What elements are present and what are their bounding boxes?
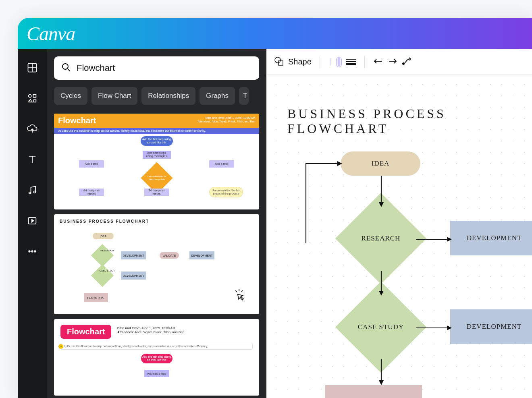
template-orange-flowchart[interactable]: Flowchart Date and Time: June 1, 2025, 1…: [54, 114, 259, 209]
node-casestudy[interactable]: CASE STUDY: [349, 295, 413, 359]
tool-rail: [18, 49, 47, 398]
template-pink-flowchart[interactable]: Flowchart Date and Time: June 1, 2025, 1…: [54, 319, 259, 396]
elements-icon[interactable]: [27, 93, 38, 104]
outline-color-swatch[interactable]: [336, 57, 342, 67]
svg-point-8: [29, 192, 31, 194]
connector: [306, 163, 346, 249]
svg-marker-33: [447, 325, 452, 330]
svg-marker-29: [447, 237, 452, 242]
svg-line-19: [241, 290, 243, 292]
fill-color-swatch[interactable]: [328, 57, 332, 67]
connector: [379, 176, 384, 209]
connector: [416, 325, 453, 332]
canvas-title[interactable]: BUSINESS PROCESS FLOWCHART: [287, 106, 532, 136]
svg-rect-21: [278, 61, 283, 65]
arrow-left-icon[interactable]: [373, 57, 383, 67]
svg-point-24: [403, 63, 404, 64]
svg-marker-27: [379, 202, 384, 207]
connector-curve-icon[interactable]: [402, 57, 412, 67]
uploads-icon[interactable]: [27, 123, 38, 135]
svg-point-20: [275, 57, 281, 63]
svg-point-15: [62, 64, 68, 69]
svg-line-16: [67, 68, 70, 71]
arrow-right-icon[interactable]: [387, 57, 398, 67]
svg-marker-35: [379, 380, 384, 385]
canvas-area: Shape BUSINESS PROCESS F: [266, 49, 532, 398]
svg-marker-11: [32, 220, 34, 222]
t1-banner: 01 Let's use this flowchart to map out o…: [54, 128, 259, 134]
shape-tool-icon[interactable]: [274, 56, 284, 68]
connector: [379, 359, 384, 388]
app-logo: Canva: [27, 23, 75, 45]
node-prototype[interactable]: [325, 385, 422, 398]
side-panel: Cycles Flow Chart Relationships Graphs T…: [47, 49, 266, 398]
svg-marker-31: [379, 291, 384, 296]
toolbar-separator: [364, 56, 365, 68]
node-development-2[interactable]: DEVELOPMENT: [450, 309, 532, 344]
chip-relationships[interactable]: Relationships: [141, 87, 195, 105]
t2-title: BUSINESS PROCESS FLOWCHART: [60, 219, 254, 224]
svg-rect-4: [33, 95, 36, 97]
svg-point-12: [29, 251, 30, 252]
line-weight-icon[interactable]: [346, 59, 356, 65]
shape-tool-label: Shape: [288, 57, 312, 66]
svg-point-13: [31, 251, 33, 252]
shape-toolbar: Shape: [266, 49, 532, 75]
template-business-process[interactable]: BUSINESS PROCESS FLOWCHART IDEA RESEARCH…: [54, 214, 259, 314]
svg-point-14: [34, 251, 36, 252]
cursor-click-icon: [233, 288, 247, 302]
chip-overflow[interactable]: T: [239, 87, 249, 105]
toolbar-separator: [320, 56, 320, 68]
templates-list: Flowchart Date and Time: June 1, 2025, 1…: [54, 114, 259, 398]
connector: [379, 271, 384, 298]
node-development-1[interactable]: DEVELOPMENT: [450, 221, 532, 255]
search-input[interactable]: [77, 63, 252, 73]
t3-banner: 01 Let's use this flowchart to map out o…: [60, 343, 253, 350]
t1-meta: Date and Time: June 1, 2025, 10:00 AM At…: [197, 116, 255, 123]
text-icon[interactable]: [27, 154, 38, 165]
titlebar: Canva: [18, 18, 532, 49]
audio-icon[interactable]: [27, 184, 38, 196]
chip-graphs[interactable]: Graphs: [200, 87, 235, 105]
svg-point-3: [29, 95, 31, 97]
connector: [416, 236, 453, 243]
node-research[interactable]: RESEARCH: [349, 206, 413, 271]
design-canvas[interactable]: BUSINESS PROCESS FLOWCHART IDEA RESEARCH…: [266, 75, 532, 398]
search-field[interactable]: [54, 56, 259, 80]
t3-meta: Date and Time: June 1, 2025, 10:00 AM At…: [117, 326, 184, 335]
search-icon: [61, 62, 71, 74]
svg-line-18: [235, 290, 237, 292]
svg-point-9: [34, 191, 36, 193]
chip-flowchart[interactable]: Flow Chart: [91, 87, 137, 105]
templates-icon[interactable]: [27, 62, 38, 73]
more-icon[interactable]: [27, 246, 38, 257]
t3-title: Flowchart: [60, 325, 111, 339]
node-idea[interactable]: IDEA: [341, 151, 420, 176]
chip-cycles[interactable]: Cycles: [54, 87, 87, 105]
chips-scroll-right[interactable]: [253, 87, 266, 105]
filter-chips: Cycles Flow Chart Relationships Graphs T: [54, 87, 259, 105]
t1-title: Flowchart: [58, 116, 96, 125]
video-icon[interactable]: [27, 215, 38, 226]
